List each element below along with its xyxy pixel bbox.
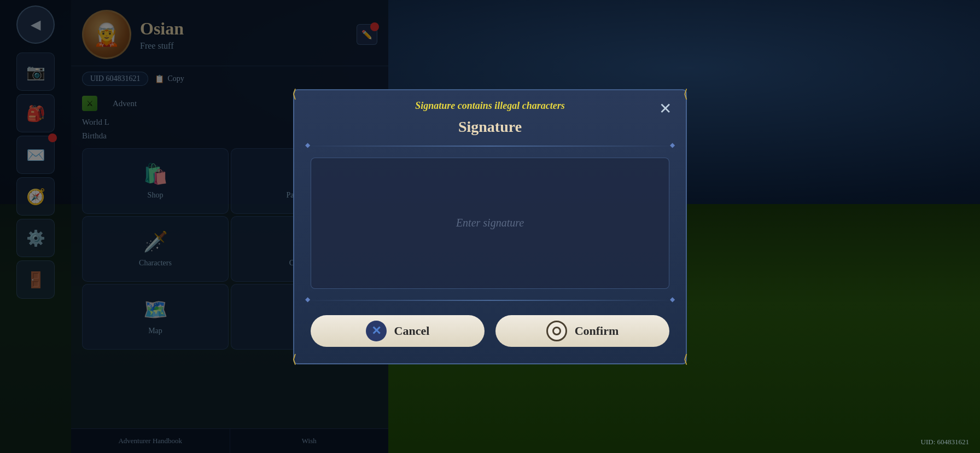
signature-modal: ⟨ ⟩ ⟨ ⟩ ✕ Signature contains illegal cha… <box>293 89 687 364</box>
corner-deco-tl: ⟨ <box>292 88 307 103</box>
signature-input-area[interactable]: Enter signature <box>311 158 669 289</box>
cancel-icon-circle: ✕ <box>366 321 387 341</box>
cancel-x-icon: ✕ <box>371 324 381 338</box>
cancel-button[interactable]: ✕ Cancel <box>311 315 485 347</box>
confirm-label: Confirm <box>575 324 619 338</box>
modal-bottom-divider <box>305 300 675 301</box>
modal-error-text: Signature contains illegal characters <box>294 90 686 116</box>
close-icon: ✕ <box>659 100 672 118</box>
corner-deco-tr: ⟩ <box>673 88 688 103</box>
modal-close-button[interactable]: ✕ <box>655 99 675 119</box>
uid-bottom-right: UID: 604831621 <box>921 438 969 446</box>
modal-title: Signature <box>294 116 686 146</box>
confirm-inner-icon <box>552 327 561 335</box>
confirm-icon-circle <box>546 321 567 341</box>
confirm-button[interactable]: Confirm <box>495 315 669 347</box>
modal-buttons: ✕ Cancel Confirm <box>294 315 686 347</box>
signature-placeholder: Enter signature <box>456 217 524 229</box>
corner-deco-bl: ⟨ <box>292 350 307 365</box>
corner-deco-br: ⟩ <box>673 350 688 365</box>
modal-overlay: ⟨ ⟩ ⟨ ⟩ ✕ Signature contains illegal cha… <box>0 0 980 453</box>
modal-top-divider <box>305 146 675 147</box>
cancel-label: Cancel <box>394 324 430 338</box>
